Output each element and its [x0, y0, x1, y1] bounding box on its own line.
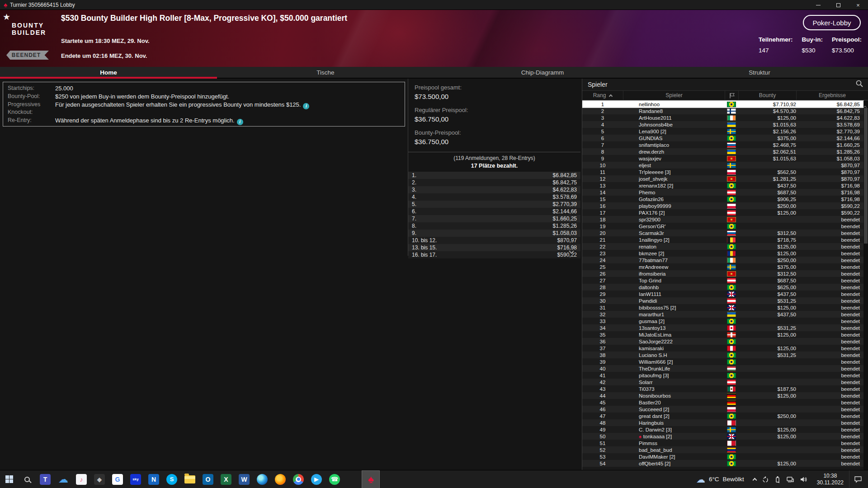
tab-struktur[interactable]: Struktur [651, 67, 868, 78]
player-row[interactable]: 8drew.derzh$2.062,51$1.285,26 [582, 148, 863, 155]
player-row[interactable]: 12josef_shvejk$1.281,25$870,97 [582, 175, 863, 182]
star-icon[interactable]: ★ [3, 12, 10, 22]
taskbar-app-onedrive[interactable]: ☁ [54, 470, 72, 488]
player-row[interactable]: 10eljest$870,97 [582, 162, 863, 169]
taskbar-app-file-explorer[interactable] [181, 470, 199, 488]
player-row[interactable]: 53DaviMMaker [2]beendet [582, 453, 863, 460]
player-row[interactable]: 39WilliamI666 [2]beendet [582, 358, 863, 365]
tab-tische[interactable]: Tische [217, 67, 434, 78]
player-row[interactable]: 51Pimmssbeendet [582, 440, 863, 446]
player-row[interactable]: 40TheDrunkLifebeendet [582, 365, 863, 372]
player-row[interactable]: 29IanW1111$437,50beendet [582, 291, 863, 297]
taskbar-app-firefox[interactable] [271, 470, 289, 488]
taskbar-app-google[interactable]: G [108, 470, 127, 488]
taskbar-app-excel[interactable]: X [217, 470, 235, 488]
player-row[interactable]: 37kamisaraki$125,00beendet [582, 345, 863, 352]
taskbar-app-sky[interactable]: sky [127, 470, 145, 488]
player-row[interactable]: 47great dant [2]$250,00beendet [582, 413, 863, 419]
player-row[interactable]: 32mararthur1$437,50beendet [582, 311, 863, 318]
column-header-rank[interactable]: Rang [582, 91, 623, 100]
player-row[interactable]: 36SaoJorge2222beendet [582, 338, 863, 345]
player-row[interactable]: 3ArtHouse2011$125,00$4.622,83 [582, 114, 863, 121]
taskbar-app-ms-teams[interactable]: T [36, 470, 54, 488]
player-row[interactable]: 54offQbert45 [2]$125,00beendet [582, 460, 863, 467]
taskbar-app-notes-app[interactable]: N [145, 470, 163, 488]
player-row[interactable]: 48Haringbuisbeendet [582, 419, 863, 426]
player-row[interactable]: 20Scarmak3r$312,50beendet [582, 230, 863, 236]
player-row[interactable]: 16playboy99999$250,00$590,22 [582, 202, 863, 209]
taskbar-app-edge[interactable] [253, 470, 271, 488]
taskbar-app-whatsapp[interactable]: ☎ [326, 470, 344, 488]
scroll-down-arrow[interactable] [864, 465, 868, 469]
sync-status-tray-icon[interactable] [762, 476, 769, 483]
scrollbar-thumb[interactable] [864, 108, 868, 244]
column-header-flag[interactable] [725, 91, 738, 100]
column-header-result[interactable]: Ergebnisse [796, 91, 868, 100]
maximize-button[interactable] [828, 0, 848, 10]
tray-expand-button[interactable] [753, 475, 756, 483]
players-scrollbar[interactable] [863, 101, 868, 470]
player-row[interactable]: 11Tr!pleeeee [3]$562,50$870,97 [582, 169, 863, 175]
player-row[interactable]: 41pitaoufmg [3]beendet [582, 372, 863, 379]
player-row[interactable]: 35MiJatoEsLima$125,00beendet [582, 331, 863, 338]
close-button[interactable]: × [848, 0, 868, 10]
column-header-bounty[interactable]: Bounty [738, 91, 796, 100]
info-icon[interactable]: i [237, 119, 243, 125]
player-row[interactable]: 7snifamtiplaco$2.468,75$1.660,25 [582, 141, 863, 148]
player-row[interactable]: 4Johnsonsb4be$1.015,63$3.578,69 [582, 121, 863, 128]
usb-tray-icon[interactable] [774, 476, 781, 483]
player-row[interactable]: 49C. Darwin2 [3]$125,00beendet [582, 426, 863, 433]
taskbar-app-telegram[interactable]: ▶ [307, 470, 326, 488]
taskbar-app-word[interactable]: W [235, 470, 253, 488]
player-row[interactable]: 28daltonhb$625,00beendet [582, 284, 863, 291]
player-row[interactable]: 14Phemo$687,50$716,98 [582, 189, 863, 196]
player-row[interactable]: 23bkmzee [2]$125,00beendet [582, 250, 863, 257]
player-row[interactable]: 15Gofaziin26$906,25$716,98 [582, 196, 863, 202]
player-row[interactable]: 6GUNDIAS$375,00$2.144,66 [582, 135, 863, 141]
player-row[interactable]: 2477batman77$250,00beendet [582, 257, 863, 263]
player-row[interactable]: 211nallingyo [2]$718,75beendet [582, 236, 863, 243]
player-row[interactable]: 50♠tonkaaaa [2]$125,00beendet [582, 433, 863, 440]
player-row[interactable]: 1nellinhoo$7.710,92$6.842,85 [582, 101, 863, 108]
tab-home[interactable]: Home [0, 67, 217, 78]
player-row[interactable]: 38Luciano S.H$531,25beendet [582, 352, 863, 358]
player-row[interactable]: 9wasjaxjev$1.015,63$1.058,03 [582, 155, 863, 162]
player-row[interactable]: 27Top Grind$687,50beendet [582, 277, 863, 284]
poker-lobby-button[interactable]: Poker-Lobby [803, 15, 861, 30]
info-icon[interactable]: i [303, 103, 309, 109]
tab-chip-diagramm[interactable]: Chip-Diagramm [434, 67, 651, 78]
weather-widget[interactable]: ☁ 6°C Bewölkt [693, 474, 748, 485]
taskbar-app-skype[interactable]: S [163, 470, 181, 488]
player-search-button[interactable] [855, 80, 863, 89]
player-row[interactable]: 43Ti0373$187,50beendet [582, 385, 863, 392]
start-button[interactable] [0, 470, 18, 488]
player-row[interactable]: 2Randane8$4.570,30$6.842,75 [582, 108, 863, 114]
taskbar-app-outlook[interactable]: O [199, 470, 217, 488]
taskbar-app-chrome[interactable] [289, 470, 307, 488]
player-row[interactable]: 22renaton$125,00beendet [582, 243, 863, 250]
player-row[interactable]: 44Nosnibourbos$125,00beendet [582, 392, 863, 399]
network-tray-icon[interactable] [786, 476, 794, 483]
minimize-button[interactable] [808, 0, 828, 10]
player-row[interactable]: 30Pwndidi$531,25beendet [582, 297, 863, 304]
action-center-button[interactable] [849, 470, 866, 488]
scroll-up-arrow[interactable] [864, 102, 868, 106]
player-row[interactable]: 46Succeeed [2]beendet [582, 406, 863, 413]
player-row[interactable]: 52bad_beat_budbeendet [582, 446, 863, 453]
player-row[interactable]: 18spr32900beendet [582, 216, 863, 223]
volume-tray-icon[interactable] [800, 476, 808, 483]
player-row[interactable]: 33gusmaa [2]beendet [582, 318, 863, 324]
taskbar-search-button[interactable] [18, 470, 36, 488]
player-row[interactable]: 42Solarrbeendet [582, 379, 863, 385]
player-row[interactable]: 31bibibossss75 [2]$125,00beendet [582, 304, 863, 311]
player-row[interactable]: 19Gerson'GR'beendet [582, 223, 863, 230]
player-row[interactable]: 26ifromsiberia$312,50beendet [582, 270, 863, 277]
player-row[interactable]: 17PAX176 [2]$125,00$590,22 [582, 209, 863, 216]
player-row[interactable]: 13xrenanx182 [2]$437,50$716,98 [582, 182, 863, 189]
player-row[interactable]: 5Lena900 [2]$2.156,26$2.770,39 [582, 128, 863, 135]
taskbar-app-diamond-app[interactable]: ◆ [90, 470, 108, 488]
taskbar-clock[interactable]: 10:38 30.11.2022 [813, 473, 847, 486]
column-header-player[interactable]: Spieler [623, 91, 725, 100]
prize-list-scroll-down[interactable] [570, 247, 573, 255]
taskbar-app-pokerstars[interactable]: ♠ [362, 470, 380, 488]
